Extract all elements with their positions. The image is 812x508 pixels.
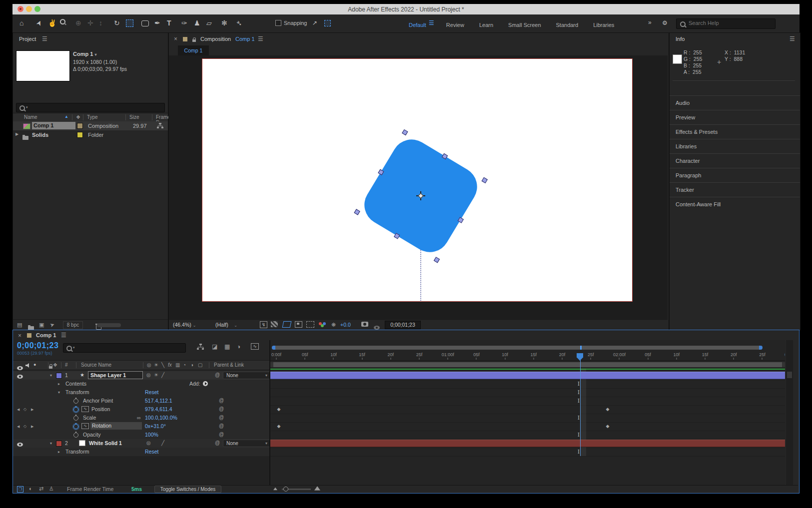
property-pickwhip-icon[interactable]: @	[219, 423, 224, 429]
resolution-dropdown[interactable]: (Half) ⌄	[215, 322, 237, 328]
position-keyframe-diamond[interactable]: ◆	[277, 407, 281, 412]
zoom-in-timeline-icon[interactable]	[314, 486, 320, 490]
info-panel-menu-icon[interactable]: ☰	[790, 35, 795, 42]
property-graph-icon[interactable]: ∿	[81, 423, 89, 429]
region-of-interest-icon[interactable]	[295, 321, 302, 328]
comp-mini-flowchart-icon[interactable]	[197, 344, 204, 350]
frame-blending-icon[interactable]: ▦	[224, 343, 230, 350]
dolly-camera-tool-icon[interactable]: ↕	[99, 19, 102, 27]
scale-label[interactable]: Scale	[83, 415, 96, 421]
type-tool-icon[interactable]: T	[167, 19, 171, 27]
layer-visibility-toggle[interactable]	[17, 375, 23, 379]
transform-row[interactable]: ▾ Transform Reset	[13, 388, 269, 397]
layer-2-duration-bar[interactable]	[270, 440, 785, 447]
reset-exposure-icon[interactable]: ❋	[331, 322, 336, 328]
preview-timecode[interactable]: 0;00;01;23	[385, 321, 421, 329]
comp-flowchart-icon[interactable]	[157, 123, 163, 129]
rotation-value[interactable]: 0x+31.0°	[145, 423, 166, 429]
project-settings-icon[interactable]: ➤	[49, 321, 55, 329]
zoom-out-timeline-icon[interactable]	[273, 488, 277, 491]
navigator-start-handle[interactable]	[272, 346, 275, 350]
previous-keyframe-icon[interactable]: ◀	[17, 425, 19, 429]
panel-effects-presets[interactable]: Effects & Presets	[670, 124, 800, 139]
help-search-box[interactable]	[676, 18, 776, 29]
transform-label[interactable]: Transform	[65, 389, 89, 395]
add-button[interactable]	[203, 381, 208, 386]
parent-dropdown[interactable]: None▾	[223, 440, 270, 447]
transparency-grid-icon[interactable]	[271, 321, 278, 327]
pen-tool-icon[interactable]: ✒	[154, 19, 160, 27]
scale-row[interactable]: Scale ∞ 100.0,100.0% @	[13, 414, 269, 422]
set-keyframe-icon[interactable]: ◇	[23, 424, 26, 429]
parent-pickwhip-icon[interactable]: @	[215, 372, 220, 378]
column-type[interactable]: Type	[87, 114, 98, 120]
lock-icon[interactable]	[192, 39, 196, 42]
position-label[interactable]: Position	[91, 406, 110, 412]
stopwatch-icon-active[interactable]	[73, 407, 78, 412]
label-swatch[interactable]	[77, 123, 83, 129]
panel-libraries[interactable]: Libraries	[670, 139, 800, 153]
close-timeline-icon[interactable]: ×	[18, 332, 21, 339]
project-row-solids[interactable]: ▶ Solids Folder	[13, 130, 168, 139]
layer-label-swatch[interactable]	[56, 373, 62, 379]
fast-previews-icon[interactable]: ↯	[260, 321, 267, 328]
shy-switch[interactable]: ◎	[146, 372, 151, 378]
project-panel-menu-icon[interactable]: ☰	[42, 35, 47, 42]
composition-viewer[interactable]	[169, 55, 668, 319]
rotation-label[interactable]: Rotation	[90, 422, 142, 430]
reset-link[interactable]: Reset	[145, 449, 158, 455]
brainstorm-icon[interactable]: ♙	[49, 486, 54, 492]
sort-ascending-icon[interactable]: ▲	[64, 114, 68, 119]
rectangle-tool-icon[interactable]	[141, 20, 149, 26]
graph-editor-icon[interactable]: ∿	[251, 343, 259, 350]
close-panel-icon[interactable]: ×	[174, 35, 177, 42]
exposure-value[interactable]: +0.0	[340, 322, 351, 328]
parent-dropdown[interactable]: None▾	[223, 372, 270, 379]
panel-tracker[interactable]: Tracker	[670, 182, 800, 197]
puppet-pin-tool-icon[interactable]: ➳	[234, 18, 244, 28]
property-pickwhip-icon[interactable]: @	[219, 432, 224, 437]
snap-options-icon[interactable]: ↗	[312, 19, 317, 27]
rotation-keyframe-diamond[interactable]: ◆	[606, 424, 610, 429]
work-area-start-handle[interactable]	[270, 362, 273, 367]
roto-brush-tool-icon[interactable]: ✻	[221, 19, 227, 27]
quality-switch[interactable]: ╱	[161, 440, 164, 446]
previous-keyframe-icon[interactable]: ◀	[17, 408, 19, 412]
twirl-icon[interactable]: ▾	[50, 373, 52, 378]
panel-audio[interactable]: Audio	[670, 95, 800, 110]
workspace-small-screen[interactable]: Small Screen	[508, 22, 541, 28]
layer-row-2[interactable]: ▾ 2 White Solid 1 ◎ ╱ @ None▾	[13, 439, 269, 448]
quality-switch[interactable]: ╱	[161, 372, 164, 378]
label-swatch[interactable]	[77, 132, 83, 138]
selection-tool-icon[interactable]: ➤	[34, 18, 43, 27]
stopwatch-icon[interactable]	[73, 416, 78, 421]
layer-name[interactable]: White Solid 1	[89, 440, 122, 446]
work-area-end-handle[interactable]	[782, 362, 785, 367]
layer-name[interactable]: Shape Layer 1	[88, 371, 143, 379]
workspace-review[interactable]: Review	[446, 22, 464, 28]
rotation-tool-icon[interactable]: ↻	[114, 19, 120, 27]
composition-panel-menu-icon[interactable]: ☰	[258, 35, 263, 42]
expand-layers-icon[interactable]: ❐	[17, 486, 23, 493]
home-icon[interactable]: ⌂	[19, 19, 23, 27]
timeline-search-box[interactable]: ▾	[63, 343, 186, 353]
column-size[interactable]: Size	[129, 114, 139, 120]
time-ruler[interactable]: 0:00f05f10f15f20f25f01:00f05f10f15f20f25…	[270, 351, 785, 361]
hand-tool-icon[interactable]: ✌	[48, 19, 56, 27]
scale-value[interactable]: 100.0,100.0%	[145, 415, 177, 421]
workspace-overflow-chevron[interactable]: »	[648, 19, 652, 26]
twirl-icon[interactable]: ▸	[58, 382, 60, 386]
project-row-comp1[interactable]: Comp 1 Composition 29.97	[13, 121, 168, 130]
twirl-icon[interactable]: ▾	[58, 390, 60, 395]
clone-stamp-tool-icon[interactable]: ♟	[194, 19, 200, 27]
column-name[interactable]: Name	[24, 114, 37, 120]
opacity-value[interactable]: 100%	[145, 432, 158, 438]
motion-blur-icon[interactable]: ◑	[237, 343, 240, 350]
workspace-default[interactable]: Default	[409, 22, 426, 28]
composition-tab[interactable]: Comp 1	[178, 45, 209, 55]
property-pickwhip-icon[interactable]: @	[219, 398, 224, 403]
frame-blend-enable-icon[interactable]: ◐	[29, 486, 32, 492]
mask-visibility-icon[interactable]	[282, 321, 292, 328]
rotation-row[interactable]: ◀ ◇ ▶ ∿ Rotation 0x+31.0° @	[13, 422, 269, 431]
workspace-standard[interactable]: Standard	[556, 22, 579, 28]
